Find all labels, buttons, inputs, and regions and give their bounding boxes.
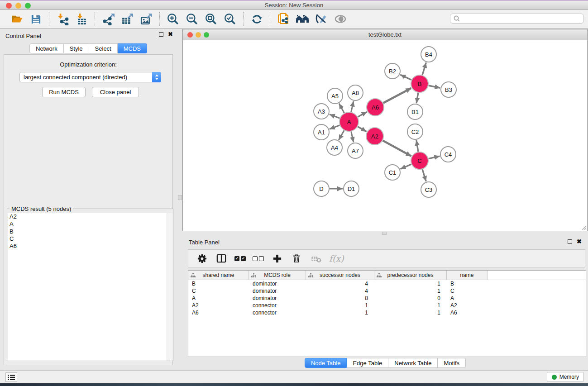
export-table-button[interactable] xyxy=(120,12,135,26)
tab-style[interactable]: Style xyxy=(64,43,89,53)
edge-B-B2[interactable] xyxy=(400,75,411,80)
float-panel-icon[interactable] xyxy=(159,32,163,37)
column-header-MCDS-role[interactable]: MCDS role xyxy=(249,271,306,280)
result-item[interactable]: B xyxy=(8,228,167,235)
close-window-button[interactable] xyxy=(6,3,12,9)
table-row[interactable]: A2connector11A2 xyxy=(188,302,586,309)
home-button[interactable] xyxy=(295,12,310,26)
tab-node-table[interactable]: Node Table xyxy=(305,358,347,368)
node-B3[interactable]: B3 xyxy=(441,82,456,97)
edge-A-A4[interactable] xyxy=(339,130,344,140)
export-image-button[interactable] xyxy=(139,12,154,26)
edge-C-C3[interactable] xyxy=(422,169,426,181)
column-header-predecessor-nodes[interactable]: predecessor nodes xyxy=(374,271,447,280)
node-B2[interactable]: B2 xyxy=(385,63,400,79)
split-view-button[interactable] xyxy=(215,251,228,266)
export-network-button[interactable] xyxy=(100,12,116,26)
zoom-in-button[interactable] xyxy=(165,12,181,26)
close-table-panel-icon[interactable]: ✖ xyxy=(577,239,582,244)
node-D[interactable]: D xyxy=(314,181,329,196)
edge-A-A3[interactable] xyxy=(330,114,340,119)
import-table-button[interactable] xyxy=(74,12,89,26)
select-all-button[interactable]: ✓ ✓ xyxy=(234,256,246,261)
tab-motifs[interactable]: Motifs xyxy=(438,358,466,368)
table-row[interactable]: A6connector11A6 xyxy=(188,309,586,316)
node-A6[interactable]: A6 xyxy=(367,99,384,116)
close-view-button[interactable] xyxy=(187,32,193,38)
tab-network-table[interactable]: Network Table xyxy=(388,358,438,368)
table-row[interactable]: Adominator80A xyxy=(188,295,586,302)
close-panel-button[interactable]: Close panel xyxy=(92,87,139,97)
node-A2[interactable]: A2 xyxy=(366,128,383,145)
node-A1[interactable]: A1 xyxy=(314,124,329,140)
maximize-view-button[interactable] xyxy=(204,32,209,38)
show-hide-button[interactable] xyxy=(333,12,348,26)
edge-C-C2[interactable] xyxy=(416,140,418,152)
zoom-fit-button[interactable] xyxy=(203,12,219,26)
edge-A-A7[interactable] xyxy=(351,131,354,142)
edge-C-C1[interactable] xyxy=(400,164,411,169)
column-header-name[interactable]: name xyxy=(447,271,488,280)
clone-network-button[interactable] xyxy=(276,12,291,26)
tab-select[interactable]: Select xyxy=(89,43,118,53)
minimize-view-button[interactable] xyxy=(196,32,201,38)
table-row[interactable]: Cdominator41C xyxy=(188,287,586,295)
show-panels-button[interactable] xyxy=(5,372,17,382)
vertical-split-handle[interactable] xyxy=(178,195,182,200)
close-panel-icon[interactable]: ✖ xyxy=(168,32,173,37)
network-canvas[interactable]: AA6A2BCA1A3A4A5A7A8B1B2B3B4C1C2C3C4DD1 xyxy=(183,40,587,231)
node-B[interactable]: B xyxy=(411,75,428,92)
node-D1[interactable]: D1 xyxy=(344,181,359,196)
result-item[interactable]: A6 xyxy=(8,243,167,250)
edge-A2-C[interactable] xyxy=(383,141,411,156)
zoom-selected-button[interactable] xyxy=(222,12,238,26)
minimize-window-button[interactable] xyxy=(15,3,21,9)
column-header-shared-name[interactable]: shared name xyxy=(188,271,249,280)
edge-A-A8[interactable] xyxy=(351,101,354,112)
tab-network[interactable]: Network xyxy=(29,43,64,53)
edge-A6-B[interactable] xyxy=(383,88,411,103)
node-C[interactable]: C xyxy=(411,152,428,169)
tab-edge-table[interactable]: Edge Table xyxy=(347,358,388,368)
column-header-successor-nodes[interactable]: successor nodes xyxy=(306,271,374,280)
result-scrollbar[interactable] xyxy=(167,213,172,361)
delete-column-button[interactable] xyxy=(290,251,303,266)
float-table-panel-icon[interactable] xyxy=(568,239,572,244)
table-row[interactable]: Bdominator41B xyxy=(188,280,586,287)
result-item[interactable]: A2 xyxy=(8,213,167,220)
node-A3[interactable]: A3 xyxy=(314,104,329,119)
memory-button[interactable]: Memory xyxy=(547,372,584,382)
function-builder-button[interactable]: f(x) xyxy=(329,253,344,263)
destroy-table-button[interactable] xyxy=(310,251,322,266)
node-A7[interactable]: A7 xyxy=(348,143,363,158)
node-A[interactable]: A xyxy=(339,112,359,131)
zoom-out-button[interactable] xyxy=(184,12,200,26)
node-B1[interactable]: B1 xyxy=(407,104,423,119)
edge-A-A6[interactable] xyxy=(358,112,367,117)
node-C4[interactable]: C4 xyxy=(440,147,456,162)
table-settings-button[interactable] xyxy=(196,251,208,266)
maximize-window-button[interactable] xyxy=(25,3,31,9)
save-session-button[interactable] xyxy=(28,12,43,26)
node-A4[interactable]: A4 xyxy=(327,140,342,155)
node-B4[interactable]: B4 xyxy=(421,47,436,62)
edge-A-A1[interactable] xyxy=(330,125,340,129)
run-mcds-button[interactable]: Run MCDS xyxy=(42,87,86,97)
tab-mcds[interactable]: MCDS xyxy=(118,43,147,53)
node-C3[interactable]: C3 xyxy=(421,182,436,197)
result-item[interactable]: C xyxy=(8,235,167,243)
search-input[interactable] xyxy=(460,15,583,22)
hide-style-button[interactable] xyxy=(314,12,329,26)
edge-A-A5[interactable] xyxy=(339,104,344,113)
import-network-button[interactable] xyxy=(55,12,70,26)
edge-B-B3[interactable] xyxy=(429,86,440,88)
edge-B-B4[interactable] xyxy=(422,62,426,75)
edge-C-C4[interactable] xyxy=(429,156,440,159)
open-session-button[interactable] xyxy=(9,12,24,26)
deselect-all-button[interactable] xyxy=(253,256,264,261)
edge-A-A2[interactable] xyxy=(358,127,367,132)
resize-grip-icon[interactable] xyxy=(580,224,587,230)
refresh-button[interactable] xyxy=(249,12,264,26)
add-column-button[interactable] xyxy=(271,251,283,266)
criterion-select[interactable]: largest connected component (directed) xyxy=(19,72,161,82)
